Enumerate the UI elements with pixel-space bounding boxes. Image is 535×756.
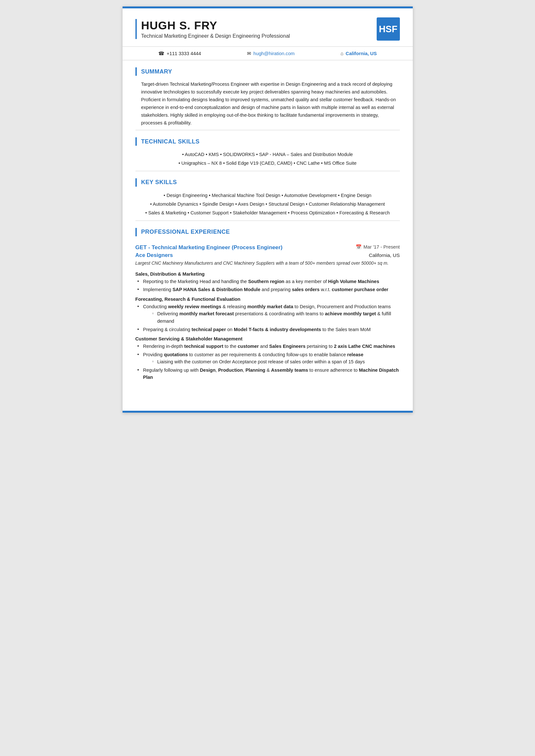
phone-number: +111 3333 4444 (167, 51, 201, 56)
location-text: California, US (346, 51, 377, 56)
section-accent-bar-2 (135, 137, 137, 146)
bullet-list-forecasting: Conducting weekly review meetings & rele… (135, 303, 400, 333)
exp-date-text: Mar '17 - Present (363, 244, 400, 250)
exp-tagline: Largest CNC Machinery Manufacturers and … (123, 259, 413, 268)
list-item: Preparing & circulating technical paper … (137, 326, 400, 333)
sub-bullet-list: Delivering monthly market forecast prese… (143, 310, 400, 325)
list-item: Implementing SAP HANA Sales & Distributi… (137, 286, 400, 293)
sub-bullet-list: Liaising with the customer on Order Acce… (143, 358, 400, 365)
exp-company: Ace Designers (135, 252, 173, 258)
contact-location: ⌂ California, US (341, 51, 377, 56)
technical-skills-section: TECHNICAL SKILLS • AutoCAD • KMS • SOLID… (123, 130, 413, 171)
technical-skills-list: • AutoCAD • KMS • SOLIDWORKS • SAP - HAN… (135, 150, 400, 168)
technical-skills-line1: • AutoCAD • KMS • SOLIDWORKS • SAP - HAN… (139, 150, 397, 159)
list-item: Delivering monthly market forecast prese… (152, 310, 400, 325)
calendar-icon: 📅 (356, 244, 361, 250)
experience-section: PROFESSIONAL EXPERIENCE (123, 221, 413, 236)
technical-skills-title-row: TECHNICAL SKILLS (135, 137, 400, 146)
candidate-name: HUGH S. FRY (141, 19, 290, 32)
technical-skills-line2: • Unigraphics – NX 8 • Solid Edge V19 (C… (139, 159, 397, 168)
key-skills-section: KEY SKILLS • Design Engineering • Mechan… (123, 171, 413, 221)
exp-header-row: GET - Technical Marketing Engineer (Proc… (123, 241, 413, 251)
subhead-forecasting: Forecasting, Research & Functional Evalu… (135, 297, 400, 302)
summary-title-row: SUMMARY (135, 68, 400, 76)
experience-title-row: PROFESSIONAL EXPERIENCE (135, 228, 400, 236)
list-item: Conducting weekly review meetings & rele… (137, 303, 400, 325)
list-item: Providing quotations to customer as per … (137, 351, 400, 365)
list-item: Liaising with the customer on Order Acce… (152, 358, 400, 365)
summary-text: Target-driven Technical Marketing/Proces… (135, 80, 400, 127)
subhead-sales: Sales, Distribution & Marketing (135, 271, 400, 277)
bullet-list-sales: Reporting to the Marketing Head and hand… (135, 278, 400, 293)
contact-bar: ☎ +111 3333 4444 ✉ hugh@hiration.com ⌂ C… (123, 47, 413, 60)
section-accent-bar (135, 68, 137, 76)
key-skills-line2: • Automobile Dynamics • Spindle Design •… (139, 200, 397, 208)
experience-title: PROFESSIONAL EXPERIENCE (141, 229, 230, 235)
location-icon: ⌂ (341, 51, 344, 56)
summary-section: SUMMARY Target-driven Technical Marketin… (123, 60, 413, 130)
section-accent-bar-4 (135, 228, 137, 236)
phone-icon: ☎ (158, 51, 164, 56)
list-item: Reporting to the Marketing Head and hand… (137, 278, 400, 285)
avatar: HSF (377, 17, 400, 40)
header-section: HUGH S. FRY Technical Marketing Engineer… (123, 8, 413, 47)
technical-skills-title: TECHNICAL SKILLS (141, 138, 200, 145)
key-skills-title: KEY SKILLS (141, 179, 177, 186)
bottom-accent-bar (123, 411, 413, 413)
key-skills-line3: • Sales & Marketing • Customer Support •… (139, 208, 397, 217)
bullet-list-customer: Rendering in-depth technical support to … (135, 343, 400, 381)
contact-phone: ☎ +111 3333 4444 (158, 51, 201, 56)
summary-title: SUMMARY (141, 68, 172, 75)
section-accent-bar-3 (135, 178, 137, 187)
email-icon: ✉ (247, 51, 251, 56)
exp-location: California, US (369, 253, 400, 258)
exp-date: 📅 Mar '17 - Present (356, 244, 400, 250)
list-item: Regularly following up with Design, Prod… (137, 366, 400, 381)
candidate-title: Technical Marketing Engineer & Design En… (141, 33, 290, 39)
key-skills-line1: • Design Engineering • Mechanical Machin… (139, 191, 397, 200)
exp-role: GET - Technical Marketing Engineer (Proc… (135, 244, 283, 251)
exp-company-row: Ace Designers California, US (123, 251, 413, 259)
resume-container: HUGH S. FRY Technical Marketing Engineer… (123, 7, 413, 413)
key-skills-title-row: KEY SKILLS (135, 178, 400, 187)
key-skills-list: • Design Engineering • Mechanical Machin… (135, 191, 400, 217)
exp-body: Sales, Distribution & Marketing Reportin… (123, 271, 413, 387)
contact-email: ✉ hugh@hiration.com (247, 51, 295, 56)
header-left: HUGH S. FRY Technical Marketing Engineer… (135, 19, 290, 39)
subhead-customer: Customer Servicing & Stakeholder Managem… (135, 336, 400, 341)
email-link[interactable]: hugh@hiration.com (253, 51, 295, 56)
list-item: Rendering in-depth technical support to … (137, 343, 400, 350)
